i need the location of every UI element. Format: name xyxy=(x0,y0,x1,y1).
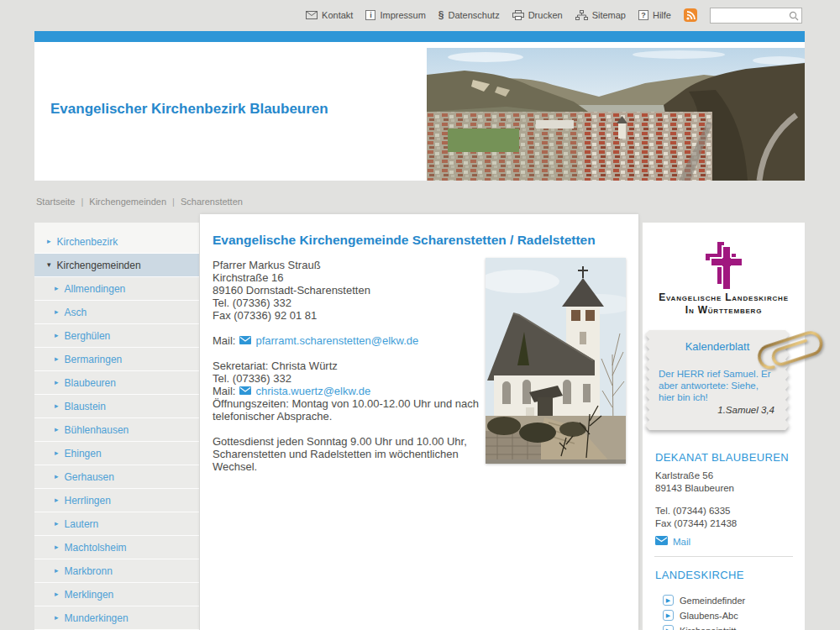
chevron-right-icon xyxy=(55,449,59,457)
sidebar-item-machtolsheim[interactable]: Machtolsheim xyxy=(34,536,199,559)
sidebar-item-label: Machtolsheim xyxy=(65,542,127,554)
sidebar-item-markbronn[interactable]: Markbronn xyxy=(34,559,199,583)
sidebar-item-munderkingen[interactable]: Munderkingen xyxy=(34,606,199,630)
dekanat-heading[interactable]: DEKANAT BLAUBEUREN xyxy=(655,451,789,464)
chevron-down-icon xyxy=(47,261,51,269)
sidebar-item-asch[interactable]: Asch xyxy=(34,301,199,324)
sidebar-item-label: Ehingen xyxy=(65,448,102,459)
city: 89160 Dornstadt-Scharenstetten xyxy=(213,284,490,297)
pfarrer-address-block: Pfarrer Markus Strauß Kirchstraße 16 891… xyxy=(213,259,490,322)
divider xyxy=(654,556,793,557)
topbar-link-label: Datenschutz xyxy=(449,10,500,20)
accent-bar xyxy=(34,31,805,42)
breadcrumb-startseite[interactable]: Startseite xyxy=(36,197,75,207)
link-gemeindefinder[interactable]: ▶ Gemeindefinder xyxy=(663,595,745,606)
chevron-right-icon xyxy=(55,496,59,504)
dekanat-fax: Fax (07344) 21438 xyxy=(655,517,737,530)
mail-icon xyxy=(306,11,318,19)
sidebar-item-herrlingen[interactable]: Herrlingen xyxy=(34,489,199,512)
link-glaubens-abc[interactable]: ▶ Glaubens-Abc xyxy=(663,610,738,621)
sidebar-item-label: Bühlenhausen xyxy=(65,424,129,436)
search-box xyxy=(710,8,802,24)
chevron-right-icon xyxy=(55,402,59,410)
chevron-right-icon xyxy=(55,543,59,551)
office-hours: Öffnungszeiten: Montag von 10.00-12.00 U… xyxy=(213,397,490,423)
mail-row: Mail: christa.wuertz@elkw.de xyxy=(213,385,490,397)
chevron-right-icon xyxy=(55,379,59,386)
sidebar-item-kirchenbezirk[interactable]: Kirchenbezirk xyxy=(34,230,199,254)
sidebar-item-allmendingen[interactable]: Allmendingen xyxy=(34,277,199,301)
rss-icon[interactable] xyxy=(684,8,697,22)
pfarrer-name: Pfarrer Markus Strauß xyxy=(213,259,490,271)
sidebar-item-label: Merklingen xyxy=(65,589,114,601)
sidebar-nav: Kirchenbezirk Kirchengemeinden Allmendin… xyxy=(34,223,199,630)
search-input[interactable] xyxy=(711,8,801,23)
topbar-link-impressum[interactable]: i Impressum xyxy=(365,10,425,20)
sidebar-item-berghuelen[interactable]: Berghülen xyxy=(34,324,199,348)
topbar-link-hilfe[interactable]: ? Hilfe xyxy=(638,10,671,20)
link-label: Glaubens-Abc xyxy=(680,611,738,621)
chevron-right-icon xyxy=(55,355,59,363)
topbar-link-drucken[interactable]: Drucken xyxy=(512,10,563,20)
sidebar-item-merklingen[interactable]: Merklingen xyxy=(34,583,199,606)
breadcrumb-kirchengemeinden[interactable]: Kirchengemeinden xyxy=(89,197,166,207)
sekretariat-mail-link[interactable]: christa.wuertz@elkw.de xyxy=(255,385,370,397)
sidebar-item-lautern[interactable]: Lautern xyxy=(34,512,199,536)
breadcrumb-scharenstetten[interactable]: Scharenstetten xyxy=(181,197,243,207)
sekretariat-block: Sekretariat: Christa Würtz Tel. (07336) … xyxy=(213,360,490,423)
sidebar-item-bermaringen[interactable]: Bermaringen xyxy=(34,348,199,371)
landeskirche-heading: LANDESKIRCHE xyxy=(655,569,744,581)
sidebar-item-blaubeuren[interactable]: Blaubeuren xyxy=(34,371,199,395)
link-kircheneintritt[interactable]: ▶ Kircheneintritt xyxy=(663,625,736,630)
dekanat-mail-label: Mail xyxy=(673,537,690,547)
topbar-link-kontakt[interactable]: Kontakt xyxy=(306,10,353,20)
breadcrumb-separator: | xyxy=(81,197,83,207)
topbar-link-datenschutz[interactable]: § Datenschutz xyxy=(438,9,500,21)
gottesdienst-block: Gottesdienst jeden Sonntag 9.00 Uhr und … xyxy=(213,435,490,473)
sidebar-item-kirchengemeinden[interactable]: Kirchengemeinden xyxy=(34,254,199,277)
fax: Fax (07336) 92 01 81 xyxy=(213,309,490,322)
chevron-right-icon xyxy=(55,332,59,339)
street: Kirchstraße 16 xyxy=(213,271,490,284)
pfarramt-mail-link[interactable]: pfarramt.scharenstetten@elkw.de xyxy=(255,334,418,347)
link-label: Kircheneintritt xyxy=(680,626,736,630)
dekanat-address: Karlstraße 56 89143 Blaubeuren xyxy=(655,470,734,494)
sidebar-item-gerhausen[interactable]: Gerhausen xyxy=(34,465,199,489)
article-title: Evangelische Kirchengemeinde Scharenstet… xyxy=(213,233,626,248)
main-content: Evangelische Kirchengemeinde Scharenstet… xyxy=(200,214,638,630)
dekanat-phone-block: Tel. (07344) 6335 Fax (07344) 21438 xyxy=(655,505,737,529)
sidebar-item-ehingen[interactable]: Ehingen xyxy=(34,442,199,465)
sekretariat-phone: Tel. (07336) 332 xyxy=(213,372,490,385)
topbar-link-label: Hilfe xyxy=(653,10,671,20)
sidebar-item-label: Markbronn xyxy=(65,565,113,577)
chevron-right-icon xyxy=(55,285,59,292)
topbar-link-label: Sitemap xyxy=(592,10,626,20)
mail-icon xyxy=(655,536,668,547)
dekanat-street: Karlstraße 56 xyxy=(655,470,734,482)
sidebar-item-blaustein[interactable]: Blaustein xyxy=(34,395,199,418)
page-title[interactable]: Evangelischer Kirchenbezirk Blaubeuren xyxy=(50,101,328,118)
sidebar-item-label: Kirchenbezirk xyxy=(57,236,118,248)
sidebar-item-label: Blaustein xyxy=(65,401,106,412)
sidebar-item-label: Allmendingen xyxy=(65,283,126,295)
play-icon: ▶ xyxy=(663,625,674,630)
printer-icon xyxy=(512,10,524,20)
chevron-right-icon xyxy=(47,238,51,245)
sidebar-item-buehlenhausen[interactable]: Bühlenhausen xyxy=(34,418,199,442)
chevron-right-icon xyxy=(55,426,59,433)
kalenderblatt-verse: Der HERR rief Samuel. Er aber antwortete… xyxy=(659,368,776,403)
church-photo xyxy=(486,258,626,464)
search-icon xyxy=(789,11,799,21)
service-times: Gottesdienst jeden Sonntag 9.00 Uhr und … xyxy=(213,435,490,473)
dekanat-mail-link[interactable]: Mail xyxy=(655,536,690,547)
sidebar-item-label: Gerhausen xyxy=(65,471,114,483)
landeskirche-logo-cross-icon xyxy=(700,241,748,291)
paperclip-icon xyxy=(749,318,835,378)
landeskirche-logo-text-1: Evangelische Landeskirche xyxy=(643,291,805,304)
sidebar-item-label: Blaubeuren xyxy=(65,377,116,389)
topbar-link-label: Drucken xyxy=(528,10,563,20)
mail-icon xyxy=(239,385,251,397)
right-sidebar: Evangelische Landeskirche In Württemberg… xyxy=(643,223,805,630)
topbar-link-sitemap[interactable]: Sitemap xyxy=(575,10,626,20)
chevron-right-icon xyxy=(55,520,59,528)
